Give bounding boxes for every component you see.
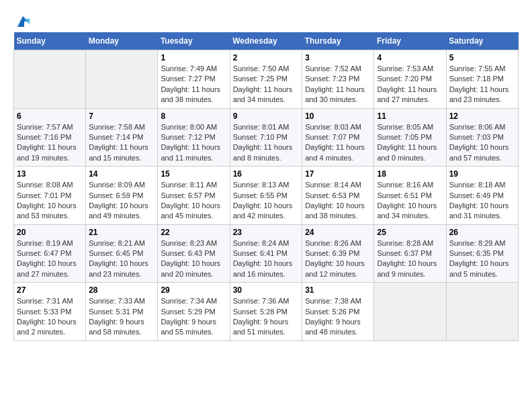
day-info: Sunrise: 7:31 AM Sunset: 5:33 PM Dayligh… [17, 296, 83, 338]
calendar-cell: 16 Sunrise: 8:13 AM Sunset: 6:55 PM Dayl… [230, 167, 302, 225]
sunset: Sunset: 6:49 PM [449, 191, 504, 199]
daylight: Daylight: 11 hours and 11 minutes. [161, 143, 220, 161]
weekday-header: Monday [86, 32, 158, 50]
calendar-cell: 30 Sunrise: 7:36 AM Sunset: 5:28 PM Dayl… [230, 283, 302, 341]
calendar-cell: 31 Sunrise: 7:38 AM Sunset: 5:26 PM Dayl… [302, 283, 374, 341]
sunrise: Sunrise: 7:53 AM [377, 64, 433, 73]
daylight: Daylight: 10 hours and 57 minutes. [449, 143, 509, 161]
day-info: Sunrise: 8:28 AM Sunset: 6:37 PM Dayligh… [377, 238, 443, 280]
calendar-cell: 27 Sunrise: 7:31 AM Sunset: 5:33 PM Dayl… [14, 283, 86, 341]
sunrise: Sunrise: 8:14 AM [305, 181, 361, 189]
sunrise: Sunrise: 7:33 AM [89, 297, 145, 305]
sunset: Sunset: 7:07 PM [305, 133, 359, 141]
sunrise: Sunrise: 8:09 AM [89, 181, 145, 189]
weekday-header: Saturday [446, 32, 518, 50]
day-info: Sunrise: 8:06 AM Sunset: 7:03 PM Dayligh… [449, 122, 515, 164]
calendar-cell: 13 Sunrise: 8:08 AM Sunset: 7:01 PM Dayl… [14, 167, 86, 225]
daylight: Daylight: 10 hours and 20 minutes. [161, 259, 220, 277]
weekday-header: Sunday [14, 32, 86, 50]
sunset: Sunset: 6:45 PM [89, 249, 143, 257]
day-info: Sunrise: 8:05 AM Sunset: 7:05 PM Dayligh… [377, 122, 443, 164]
day-info: Sunrise: 7:49 AM Sunset: 7:27 PM Dayligh… [161, 64, 226, 105]
daylight: Daylight: 10 hours and 9 minutes. [377, 259, 437, 277]
daylight: Daylight: 11 hours and 27 minutes. [377, 85, 437, 103]
calendar-cell [86, 50, 158, 109]
day-number: 21 [89, 228, 154, 237]
sunset: Sunset: 5:31 PM [89, 308, 143, 316]
weekday-header-row: SundayMondayTuesdayWednesdayThursdayFrid… [14, 32, 519, 50]
sunrise: Sunrise: 8:19 AM [17, 239, 73, 247]
daylight: Daylight: 9 hours and 48 minutes. [305, 318, 361, 336]
day-number: 26 [449, 228, 515, 237]
sunrise: Sunrise: 7:36 AM [233, 297, 290, 305]
day-number: 16 [233, 169, 300, 179]
calendar-cell: 29 Sunrise: 7:34 AM Sunset: 5:29 PM Dayl… [158, 283, 230, 341]
calendar-cell: 22 Sunrise: 8:23 AM Sunset: 6:43 PM Dayl… [158, 224, 230, 283]
sunrise: Sunrise: 8:08 AM [17, 181, 73, 189]
sunrise: Sunrise: 8:28 AM [377, 239, 433, 247]
sunset: Sunset: 6:55 PM [233, 191, 287, 199]
day-number: 22 [161, 228, 226, 237]
sunset: Sunset: 6:53 PM [305, 191, 359, 199]
sunset: Sunset: 6:41 PM [233, 249, 287, 257]
sunrise: Sunrise: 8:21 AM [89, 239, 145, 247]
calendar-cell: 19 Sunrise: 8:18 AM Sunset: 6:49 PM Dayl… [446, 167, 518, 225]
sunrise: Sunrise: 7:50 AM [233, 64, 290, 73]
daylight: Daylight: 10 hours and 31 minutes. [449, 201, 509, 220]
calendar-cell: 14 Sunrise: 8:09 AM Sunset: 6:59 PM Dayl… [86, 167, 158, 225]
day-number: 28 [89, 285, 154, 295]
svg-marker-0 [17, 16, 28, 27]
calendar-cell: 20 Sunrise: 8:19 AM Sunset: 6:47 PM Dayl… [14, 224, 86, 283]
calendar-cell: 24 Sunrise: 8:26 AM Sunset: 6:39 PM Dayl… [302, 224, 374, 283]
daylight: Daylight: 11 hours and 34 minutes. [233, 85, 293, 103]
day-info: Sunrise: 7:53 AM Sunset: 7:20 PM Dayligh… [377, 64, 443, 105]
day-number: 17 [305, 169, 371, 179]
daylight: Daylight: 11 hours and 23 minutes. [449, 85, 509, 103]
day-number: 20 [17, 228, 83, 237]
day-number: 14 [89, 169, 154, 179]
day-number: 29 [161, 285, 226, 295]
weekday-header: Tuesday [158, 32, 230, 50]
page-header [13, 13, 519, 26]
calendar-cell: 7 Sunrise: 7:58 AM Sunset: 7:14 PM Dayli… [86, 108, 158, 167]
day-info: Sunrise: 8:00 AM Sunset: 7:12 PM Dayligh… [161, 122, 226, 164]
calendar-cell [374, 283, 446, 341]
sunset: Sunset: 6:57 PM [161, 191, 215, 199]
sunrise: Sunrise: 8:29 AM [449, 239, 506, 247]
logo-icon [15, 13, 31, 30]
day-info: Sunrise: 8:16 AM Sunset: 6:51 PM Dayligh… [377, 180, 443, 222]
sunset: Sunset: 5:28 PM [233, 308, 287, 316]
sunset: Sunset: 5:29 PM [161, 308, 215, 316]
day-info: Sunrise: 8:21 AM Sunset: 6:45 PM Dayligh… [89, 238, 154, 280]
sunset: Sunset: 7:05 PM [377, 133, 431, 141]
logo [13, 13, 31, 26]
daylight: Daylight: 10 hours and 49 minutes. [89, 201, 148, 220]
day-info: Sunrise: 8:23 AM Sunset: 6:43 PM Dayligh… [161, 238, 226, 280]
daylight: Daylight: 11 hours and 0 minutes. [377, 143, 437, 161]
day-number: 10 [305, 111, 371, 121]
sunset: Sunset: 5:26 PM [305, 308, 359, 316]
calendar-cell: 28 Sunrise: 7:33 AM Sunset: 5:31 PM Dayl… [86, 283, 158, 341]
day-number: 30 [233, 285, 300, 295]
daylight: Daylight: 10 hours and 53 minutes. [17, 201, 77, 220]
sunset: Sunset: 6:47 PM [17, 249, 71, 257]
day-number: 3 [305, 53, 371, 62]
day-number: 18 [377, 169, 443, 179]
day-info: Sunrise: 7:33 AM Sunset: 5:31 PM Dayligh… [89, 296, 154, 338]
day-number: 8 [161, 111, 226, 121]
calendar-cell [14, 50, 86, 109]
day-info: Sunrise: 8:14 AM Sunset: 6:53 PM Dayligh… [305, 180, 371, 222]
day-info: Sunrise: 8:03 AM Sunset: 7:07 PM Dayligh… [305, 122, 371, 164]
calendar-cell: 21 Sunrise: 8:21 AM Sunset: 6:45 PM Dayl… [86, 224, 158, 283]
calendar-cell: 4 Sunrise: 7:53 AM Sunset: 7:20 PM Dayli… [374, 50, 446, 109]
sunset: Sunset: 6:37 PM [377, 249, 431, 257]
calendar-week-row: 6 Sunrise: 7:57 AM Sunset: 7:16 PM Dayli… [14, 108, 519, 167]
day-number: 23 [233, 228, 300, 237]
daylight: Daylight: 11 hours and 8 minutes. [233, 143, 293, 161]
day-number: 4 [377, 53, 443, 62]
sunset: Sunset: 7:10 PM [233, 133, 287, 141]
day-number: 9 [233, 111, 300, 121]
day-number: 11 [377, 111, 443, 121]
day-info: Sunrise: 8:19 AM Sunset: 6:47 PM Dayligh… [17, 238, 83, 280]
daylight: Daylight: 11 hours and 15 minutes. [89, 143, 148, 161]
